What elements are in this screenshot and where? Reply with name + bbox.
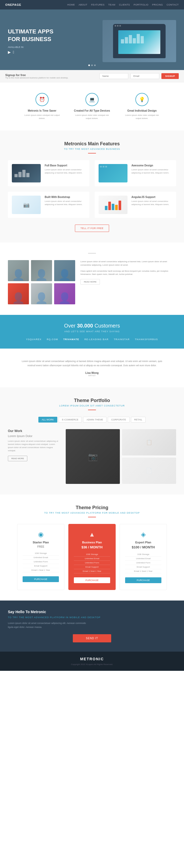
nav-about[interactable]: ABOUT	[79, 3, 87, 6]
feature-timesaver: ⏰ Metronic Is Time Saver Lorem ipsum dol…	[24, 93, 61, 120]
portfolio-img-1: 📷	[66, 429, 120, 484]
team-section: Lorem ipsum dolor sit amet consectetur a…	[0, 243, 184, 315]
feature-card-1: Full Base Support Lorem ipsum dolor sit …	[8, 160, 89, 186]
portfolio-work-subtitle: Lorem Ipsum Dolor	[8, 434, 61, 438]
feature-timesaver-title: Metronic Is Time Saver	[24, 109, 61, 112]
nav-features[interactable]: FEATURES	[91, 3, 104, 6]
starter-plan-price: FREE	[23, 545, 59, 548]
feature-card-img-1	[12, 164, 41, 182]
expert-feature-1: 1GB Storage	[125, 552, 161, 557]
tell-it-button[interactable]: TELL IT FOR FREE	[75, 224, 109, 232]
starter-feature-1: 1GB Storage	[23, 551, 59, 556]
nav-contact[interactable]: CONTACT	[167, 3, 179, 6]
business-feature-1: 1GB Storage	[74, 552, 110, 557]
pricing-divider	[88, 517, 96, 517]
portfolio-subtitle: LOREM IPSUM DOLOR SIT AMET CONSECTETUR	[8, 404, 176, 407]
client-logo-4: Re-leading Bar	[84, 338, 109, 341]
team-photo-6	[54, 283, 75, 304]
feature-card-desc-2: Lorem ipsum dolor sit amet consectetur a…	[132, 168, 172, 175]
feature-card-2: ▤ ▤ ▤ Awesome Design Lorem ipsum dolor s…	[95, 160, 176, 186]
footer: METRONIC Copyright 2015 XLayers All Righ…	[0, 652, 184, 671]
starter-purchase-button[interactable]: PURCHASE	[23, 576, 59, 582]
client-logo-3: TRIVAMATE	[63, 338, 79, 341]
laptop-mockup	[113, 24, 165, 58]
business-feature-3: Unlimited Form	[74, 561, 110, 565]
team-photo-1	[8, 260, 29, 281]
laptop-screen	[118, 30, 160, 54]
signup-inputs: SIGNUP	[99, 73, 179, 79]
feature-timesaver-desc: Lorem ipsum dolor volutpat nisi vulput d…	[24, 114, 61, 120]
client-logos: YSQUAREX RQ.COM TRIVAMATE Re-leading Bar…	[8, 338, 176, 341]
tab-ecommerce[interactable]: E-COMMERCE	[59, 417, 82, 423]
feature-devices: 💻 Created For All Type Devices Lorem ips…	[74, 93, 110, 120]
hero-dot-1[interactable]	[88, 64, 90, 66]
starter-plan-name: Starter Plan	[23, 541, 59, 544]
footer-copyright: Copyright 2015 XLayers All Rights Reserv…	[8, 663, 176, 665]
business-purchase-button[interactable]: PURCHASE	[74, 577, 110, 583]
customers-subtitle: AND LET'S SEE WHAT ARE THEY SAYING	[8, 330, 176, 333]
feature-card-title-3: Built With Bootstrap	[45, 196, 85, 198]
team-desc-1: Lorem ipsum dolor sit amet consectetur a…	[80, 260, 176, 267]
team-desc-2: Class aptent sint consectetur taciti soc…	[80, 270, 176, 276]
testimonial-author: Lisa Wong	[21, 371, 163, 374]
hero-dot-2[interactable]	[91, 64, 93, 66]
team-read-more-button[interactable]: READ MORE	[80, 279, 100, 285]
business-plan-name: Business Plan	[74, 541, 110, 544]
expert-plan-icon: ◈	[125, 531, 161, 538]
signup-bar: Signup for free Try to the most advanced…	[0, 70, 184, 83]
starter-feature-2: Unlimited Email	[23, 556, 59, 560]
portfolio-read-more-button[interactable]: READ MORE	[8, 456, 27, 461]
signup-subtitle: Try to the most advanced business platfo…	[5, 76, 68, 79]
business-plan-icon: ▲	[74, 531, 110, 538]
features-cards-grid: Full Base Support Lorem ipsum dolor sit …	[8, 160, 176, 218]
client-logo-6: ThanksForBus	[135, 338, 158, 341]
testimonial-role: ARTIST	[21, 374, 163, 377]
nav-team[interactable]: TEAM	[108, 3, 115, 6]
portfolio-grid: 📷 📋 📄	[66, 429, 176, 484]
feature-card-title-1: Full Base Support	[45, 164, 85, 167]
portfolio-tabs: ALL WORK E-COMMERCE ADMIN THEME CORPORAT…	[8, 417, 176, 423]
feature-card-title-4: AngularJS Support	[132, 196, 172, 198]
nav-pricing[interactable]: PRICING	[152, 3, 163, 6]
nav-clients[interactable]: CLIENTS	[119, 3, 130, 6]
nav-portfolio[interactable]: PORTFOLIO	[134, 3, 148, 6]
feature-design-title: Great Individual Design	[123, 109, 160, 112]
signup-email-input[interactable]	[131, 73, 159, 79]
portfolio-info: Our Work Lorem Ipsum Dolor Lorem ipsum d…	[8, 429, 61, 484]
feature-card-text-2: Awesome Design Lorem ipsum dolor sit ame…	[132, 164, 172, 182]
feature-card-text-1: Full Base Support Lorem ipsum dolor sit …	[45, 164, 85, 182]
team-photo-4	[8, 283, 29, 304]
portfolio-work-title: Our Work	[8, 429, 61, 433]
customers-section: Over 30.000 Customers AND LET'S SEE WHAT…	[0, 315, 184, 348]
tab-admin-theme[interactable]: ADMIN THEME	[83, 417, 106, 423]
hero-dot-3[interactable]	[94, 64, 96, 66]
expert-purchase-button[interactable]: PURCHASE	[125, 577, 161, 583]
tab-retail[interactable]: RETAIL	[131, 417, 146, 423]
feature-card-desc-3: Lorem ipsum dolor sit amet consectetur a…	[45, 200, 85, 206]
client-logo-2: RQ.COM	[47, 338, 58, 341]
pricing-section: Theme Pricing TO TRY THE MOST ADVANCED P…	[0, 494, 184, 600]
signup-name-input[interactable]	[99, 73, 128, 79]
android-icon: ▶	[8, 50, 11, 54]
main-features-title-block: Metronics Main Features TO TRY THE MOST …	[8, 141, 176, 150]
tab-all-work[interactable]: ALL WORK	[38, 417, 57, 423]
pricing-cards: ◉ Starter Plan FREE 1GB Storage Unlimite…	[8, 524, 176, 590]
portfolio-title: Theme Portfolio	[8, 398, 176, 403]
starter-feature-4: Email Support	[23, 564, 59, 568]
contact-description: Lorem ipsum dolor sit amet consectetuer …	[8, 621, 87, 629]
pricing-card-starter: ◉ Starter Plan FREE 1GB Storage Unlimite…	[17, 524, 64, 590]
client-logo-5: TRAINSTAR	[114, 338, 130, 341]
nav-home[interactable]: HOME	[67, 3, 75, 6]
portfolio-section: Theme Portfolio LOREM IPSUM DOLOR SIT AM…	[0, 387, 184, 494]
team-divider	[88, 253, 96, 253]
feature-card-4: AngularJS Support Lorem ipsum dolor sit …	[95, 192, 176, 218]
tab-corporate[interactable]: CORPORATE	[108, 417, 129, 423]
signup-bar-text: Signup for free Try to the most advanced…	[5, 73, 68, 79]
signup-button[interactable]: SIGNUP	[161, 73, 179, 79]
contact-submit-button[interactable]: SEND IT	[73, 634, 111, 642]
expert-feature-5: Email 1 Seat 1 Year	[125, 569, 161, 574]
features-section: ⏰ Metronic Is Time Saver Lorem ipsum dol…	[0, 83, 184, 131]
business-feature-5: Email 1 Seat 1 Year	[74, 569, 110, 574]
main-features-title: Metronics Main Features	[8, 141, 176, 147]
starter-plan-icon: ◉	[23, 531, 59, 538]
